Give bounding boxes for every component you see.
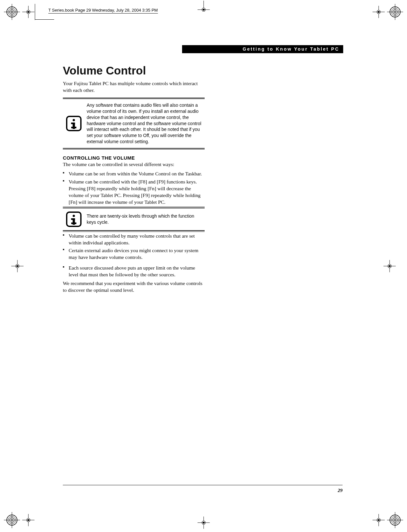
document-header-stamp: T Series.book Page 29 Wednesday, July 28… [48,8,158,14]
bullet-list: Volume can be set from within the Volume… [63,171,205,206]
registration-mark-icon [368,6,401,17]
crop-mark-icon [379,263,401,269]
crop-mark-icon [193,519,215,526]
closing-text: We recommend that you experiment with th… [63,280,205,294]
crop-line [35,4,35,20]
page-title: Volume Control [63,64,205,77]
page-number: 29 [338,488,343,493]
list-item: Volume can be controlled by many volume … [63,233,205,246]
info-note: Any software that contains audio files w… [63,98,205,149]
crop-line [35,19,54,20]
registration-mark-icon [6,515,39,526]
note-text: There are twenty-six levels through whic… [87,213,205,225]
info-icon [66,116,82,131]
list-item: Each source discussed above puts an uppe… [63,265,205,278]
note-text: Any software that contains audio files w… [87,102,205,145]
bullet-list: Volume can be controlled by many volume … [63,233,205,279]
list-item: Volume can be controlled with the [F8] a… [63,179,205,206]
crop-mark-icon [6,263,28,269]
list-item: Certain external audio devices you might… [63,247,205,261]
registration-mark-icon [6,6,39,17]
info-note: There are twenty-six levels through whic… [63,208,205,231]
sub-intro-text: The volume can be controlled in several … [63,161,205,168]
info-icon [66,212,82,227]
footer-rule [63,485,343,485]
list-item: Volume can be set from within the Volume… [63,171,205,177]
crop-mark-icon [193,6,215,13]
subheading: CONTROLLING THE VOLUME [63,155,205,161]
section-header: Getting to Know Your Tablet PC [182,45,343,53]
intro-text: Your Fujitsu Tablet PC has multiple volu… [63,80,205,94]
registration-mark-icon [368,515,401,526]
